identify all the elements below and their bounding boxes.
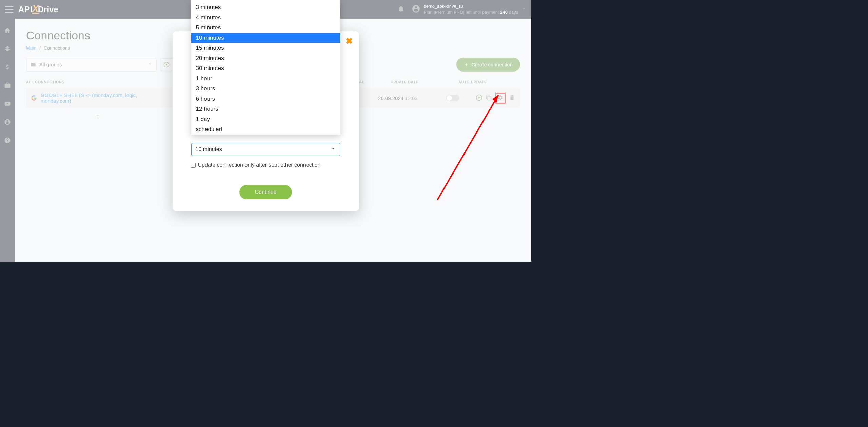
dropdown-item[interactable]: 5 minutes (191, 23, 340, 33)
dropdown-item[interactable]: 4 minutes (191, 13, 340, 23)
dropdown-item[interactable]: 3 minutes (191, 2, 340, 13)
interval-select[interactable]: 10 minutes (191, 143, 340, 156)
dropdown-item[interactable]: 20 minutes (191, 53, 340, 63)
dropdown-item[interactable]: 6 hours (191, 94, 340, 104)
dropdown-item[interactable]: 1 day (191, 114, 340, 124)
checkbox-input[interactable] (191, 163, 196, 168)
update-after-checkbox[interactable]: Update connection only after start other… (191, 162, 340, 168)
dropdown-item[interactable]: 1 hour (191, 74, 340, 84)
dropdown-item[interactable]: 15 minutes (191, 43, 340, 53)
dropdown-item[interactable]: 2 minutes (191, 0, 340, 2)
checkbox-label: Update connection only after start other… (198, 162, 321, 168)
close-icon[interactable]: ✖ (346, 36, 353, 46)
dropdown-item[interactable]: 10 minutes (191, 33, 340, 43)
continue-button[interactable]: Continue (239, 185, 292, 199)
interval-dropdown: 2 minutes3 minutes4 minutes5 minutes10 m… (191, 0, 340, 135)
interval-selected-label: 10 minutes (196, 146, 222, 152)
chevron-down-icon (331, 146, 336, 153)
dropdown-item[interactable]: 3 hours (191, 84, 340, 94)
dropdown-item[interactable]: scheduled (191, 124, 340, 135)
dropdown-item[interactable]: 30 minutes (191, 63, 340, 74)
dropdown-item[interactable]: 12 hours (191, 104, 340, 114)
